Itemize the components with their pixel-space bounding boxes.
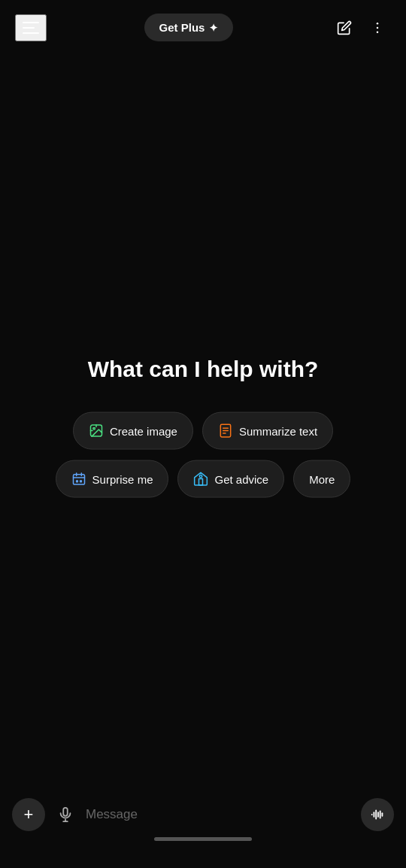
more-label: More <box>309 472 335 485</box>
message-input[interactable] <box>86 807 353 822</box>
more-options-button[interactable] <box>364 14 391 41</box>
get-advice-button[interactable]: Get advice <box>177 460 284 498</box>
svg-point-0 <box>377 22 379 24</box>
home-indicator <box>154 837 252 841</box>
action-buttons-container: Create image Summarize text <box>15 412 391 498</box>
more-button[interactable]: More <box>293 460 350 498</box>
action-row-1: Create image Summarize text <box>73 412 333 450</box>
edit-icon <box>337 20 352 35</box>
svg-point-1 <box>377 26 379 29</box>
add-icon: + <box>24 805 34 824</box>
surprise-me-label: Surprise me <box>92 472 153 485</box>
create-image-label: Create image <box>110 424 177 437</box>
svg-rect-13 <box>63 808 68 816</box>
add-attachment-button[interactable]: + <box>12 798 45 831</box>
surprise-me-button[interactable]: Surprise me <box>56 460 169 498</box>
input-row: + <box>12 798 394 831</box>
advice-icon <box>193 472 208 487</box>
create-image-icon <box>89 423 104 439</box>
get-plus-button[interactable]: Get Plus ✦ <box>144 14 234 41</box>
header-actions <box>331 14 391 41</box>
headline: What can I help with? <box>88 357 319 382</box>
svg-point-2 <box>377 31 379 33</box>
microphone-button[interactable] <box>53 802 78 827</box>
voice-wave-button[interactable] <box>361 798 394 831</box>
plus-star-icon: ✦ <box>209 22 218 34</box>
svg-point-4 <box>93 427 95 429</box>
bottom-bar: + <box>0 789 406 868</box>
svg-rect-11 <box>73 475 84 484</box>
surprise-icon <box>71 472 86 487</box>
more-vertical-icon <box>370 20 385 35</box>
menu-button[interactable] <box>15 14 47 41</box>
action-row-2: Surprise me Get advice More <box>56 460 351 498</box>
summarize-text-button[interactable]: Summarize text <box>202 412 333 450</box>
summarize-text-label: Summarize text <box>239 424 317 437</box>
voice-wave-icon <box>369 806 386 823</box>
get-plus-label: Get Plus <box>159 21 205 34</box>
get-advice-label: Get advice <box>214 472 268 485</box>
edit-button[interactable] <box>331 14 358 41</box>
summarize-icon <box>218 423 233 439</box>
svg-rect-12 <box>199 479 203 485</box>
main-content: What can I help with? Create image <box>0 357 406 498</box>
create-image-button[interactable]: Create image <box>73 412 193 450</box>
mic-icon <box>57 806 74 823</box>
header: Get Plus ✦ <box>0 0 406 55</box>
